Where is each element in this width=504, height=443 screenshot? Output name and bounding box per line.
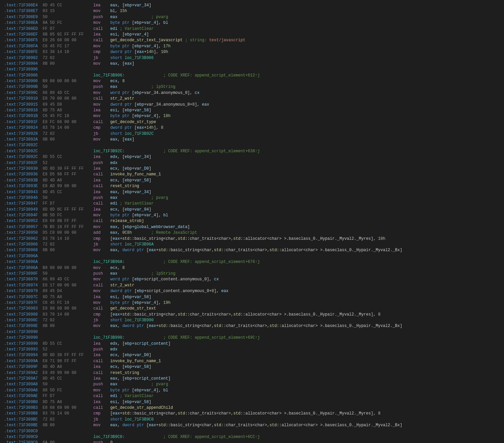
code-content: .text:71F308E4 8D 45 CC lea eax, [ebp+va… xyxy=(0,0,406,443)
disassembly-view: .text:71F308E4 8D 45 CC lea eax, [ebp+va… xyxy=(0,0,504,443)
